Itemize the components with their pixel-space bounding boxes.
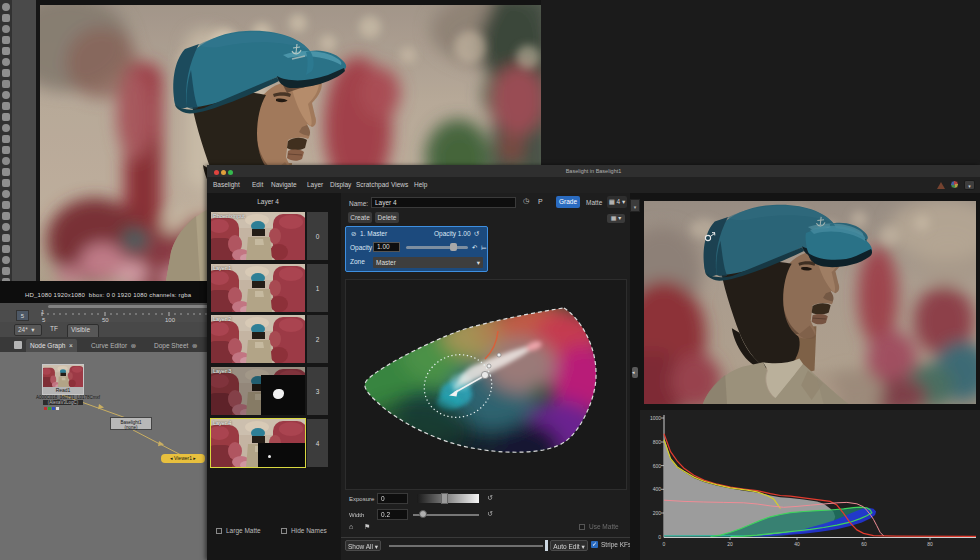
svg-text:600: 600 bbox=[653, 463, 662, 469]
svg-text:80: 80 bbox=[927, 541, 933, 547]
svg-text:60: 60 bbox=[861, 541, 867, 547]
svg-text:20: 20 bbox=[727, 541, 733, 547]
svg-text:0: 0 bbox=[663, 541, 666, 547]
svg-text:800: 800 bbox=[653, 439, 662, 445]
svg-text:0: 0 bbox=[658, 534, 661, 540]
svg-text:200: 200 bbox=[653, 510, 662, 516]
svg-text:400: 400 bbox=[653, 486, 662, 492]
svg-text:1000: 1000 bbox=[650, 415, 661, 421]
svg-text:40: 40 bbox=[794, 541, 800, 547]
